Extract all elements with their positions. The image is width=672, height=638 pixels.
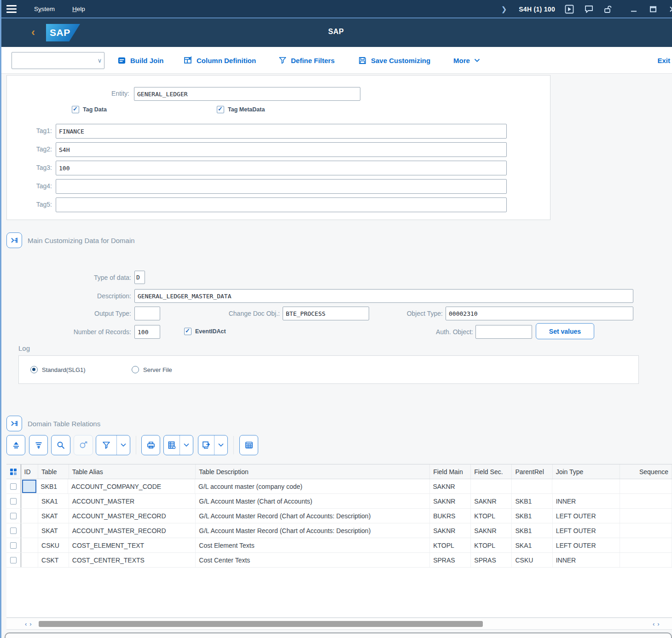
checkbox-icon[interactable] (10, 498, 17, 505)
cell-table[interactable]: SKAT (38, 523, 69, 538)
radio-icon[interactable] (30, 366, 38, 373)
table-row[interactable]: CSKTCOST_CENTER_TEXTSCost Center TextsSP… (6, 553, 672, 568)
cell-parent-rel[interactable] (512, 479, 552, 493)
id-cell[interactable] (21, 538, 38, 552)
number-of-records-input[interactable] (134, 325, 160, 339)
cell-table[interactable]: SKAT (38, 509, 69, 523)
scrollbar-thumb[interactable] (39, 621, 483, 627)
id-cell[interactable] (21, 523, 38, 538)
cell-table[interactable]: SKA1 (38, 494, 69, 508)
column-header-sequence[interactable]: Sequence (620, 464, 672, 479)
scroll-left-right-icons[interactable]: ‹› (25, 621, 35, 627)
checkbox-icon[interactable] (72, 106, 79, 113)
column-header-field-sec[interactable]: Field Sec. (471, 464, 512, 479)
tag5-input[interactable] (56, 197, 507, 212)
eventidact-checkbox[interactable]: EventIDAct (184, 328, 226, 335)
checkbox-icon[interactable] (10, 513, 17, 519)
maximize-button[interactable] (648, 4, 658, 14)
views-button[interactable] (198, 435, 228, 455)
cell-parent-rel[interactable]: SKB1 (512, 494, 552, 508)
checkbox-icon[interactable] (10, 542, 17, 549)
log-serverfile-radio[interactable]: Server File (132, 366, 172, 373)
cell-table[interactable]: CSKU (38, 538, 69, 552)
tag3-input[interactable] (56, 161, 507, 175)
cell-description[interactable]: Cost Center Texts (196, 553, 430, 567)
export-menu-chevron[interactable] (180, 435, 193, 455)
row-checkbox[interactable] (6, 479, 21, 493)
cell-field-main[interactable]: SAKNR (430, 479, 471, 493)
exit-button[interactable]: Exit (657, 47, 670, 74)
table-row[interactable]: CSKUCOST_ELEMENT_TEXTCost Element TextsK… (6, 538, 672, 553)
column-header-table-description[interactable]: Table Description (196, 464, 430, 479)
column-header-table-alias[interactable]: Table Alias (69, 464, 196, 479)
cell-field-main[interactable]: BUKRS (430, 509, 471, 523)
cell-description[interactable]: Cost Element Texts (196, 538, 430, 552)
table-settings-button[interactable] (239, 435, 258, 455)
cell-table[interactable]: SKB1 (37, 479, 68, 493)
views-menu-chevron[interactable] (214, 435, 227, 455)
define-filters-button[interactable]: Define Filters (278, 47, 335, 74)
focused-id-cell[interactable] (22, 480, 37, 493)
filter-menu-chevron[interactable] (116, 435, 130, 455)
column-header-join-type[interactable]: Join Type (553, 464, 620, 479)
export-button[interactable] (163, 435, 193, 455)
expand-chevron-icon[interactable]: ❯ (501, 5, 507, 13)
cell-field-main[interactable]: KTOPL (430, 538, 471, 552)
table-row[interactable]: SKATACCOUNT_MASTER_RECORDG/L Account Mas… (6, 523, 672, 538)
cell-description[interactable]: G/L Account Master Record (Chart of Acco… (196, 523, 430, 538)
cell-description[interactable]: G/L Account Master Record (Chart of Acco… (196, 509, 430, 523)
row-checkbox[interactable] (6, 538, 21, 552)
search-button[interactable] (51, 435, 70, 455)
print-button[interactable] (141, 435, 160, 455)
auth-object-input[interactable] (475, 325, 532, 339)
chevron-down-icon[interactable]: ∨ (95, 57, 104, 64)
cell-sequence[interactable] (620, 509, 672, 523)
cell-alias[interactable]: COST_ELEMENT_TEXT (69, 538, 196, 552)
sort-descending-button[interactable] (29, 435, 48, 455)
cell-description[interactable]: G/L account master (company code) (195, 479, 429, 493)
minimize-button[interactable] (629, 4, 639, 14)
cell-parent-rel[interactable]: SKB1 (512, 523, 552, 538)
collapse-section-icon[interactable] (6, 232, 22, 248)
cell-join-type[interactable]: LEFT OUTER (553, 523, 620, 538)
id-cell[interactable] (21, 494, 38, 508)
cell-alias[interactable]: ACCOUNT_COMPANY_CODE (68, 479, 195, 493)
cell-field-sec[interactable]: SAKNR (471, 523, 512, 538)
id-cell[interactable] (21, 553, 38, 567)
cell-join-type[interactable]: LEFT OUTER (553, 509, 620, 523)
cell-alias[interactable]: ACCOUNT_MASTER_RECORD (69, 509, 196, 523)
table-row[interactable]: SKA1ACCOUNT_MASTERG/L Account Master (Ch… (6, 494, 672, 509)
more-button[interactable]: More (453, 47, 480, 74)
column-header-parentrel[interactable]: ParentRel (512, 464, 552, 479)
cell-field-sec[interactable]: KTOPL (471, 509, 512, 523)
output-type-input[interactable] (134, 307, 160, 320)
checkbox-icon[interactable] (184, 328, 191, 335)
command-combobox[interactable]: ∨ (12, 52, 104, 69)
command-input[interactable] (12, 52, 95, 69)
cell-sequence[interactable] (620, 494, 672, 508)
hamburger-menu-icon[interactable] (6, 5, 17, 13)
cell-alias[interactable]: ACCOUNT_MASTER_RECORD (69, 523, 196, 538)
column-definition-button[interactable]: Column Definition (183, 47, 256, 74)
unlocked-padlock-icon[interactable] (603, 4, 613, 14)
checkbox-icon[interactable] (217, 106, 224, 113)
checkbox-icon[interactable] (10, 557, 17, 563)
gui-scripting-icon[interactable] (564, 4, 574, 14)
cell-field-sec[interactable] (471, 479, 512, 493)
cell-sequence[interactable] (620, 553, 672, 567)
set-values-button[interactable]: Set values (536, 323, 594, 339)
horizontal-scrollbar[interactable]: ‹› ‹› (6, 619, 672, 630)
type-of-data-input[interactable] (134, 271, 145, 284)
row-checkbox[interactable] (6, 553, 21, 567)
log-standard-radio[interactable]: Standard(SLG1) (30, 366, 86, 373)
search-next-button[interactable] (74, 435, 93, 455)
tag-metadata-checkbox[interactable]: Tag MetaData (217, 106, 265, 113)
column-header-field-main[interactable]: Field Main (430, 464, 471, 479)
row-checkbox[interactable] (6, 523, 21, 538)
filter-button[interactable] (96, 435, 130, 455)
cell-parent-rel[interactable]: CSKU (512, 553, 552, 567)
radio-icon[interactable] (132, 366, 139, 373)
cell-parent-rel[interactable]: SKA1 (512, 538, 552, 552)
cell-join-type[interactable]: INNER (553, 553, 620, 567)
cell-sequence[interactable] (620, 479, 672, 493)
